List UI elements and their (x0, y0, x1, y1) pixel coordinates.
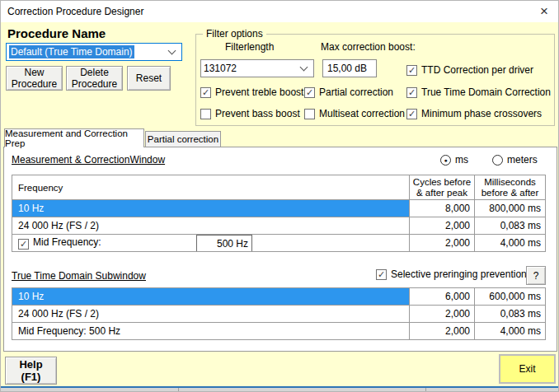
table-row[interactable]: 10 Hz 8,000 800,000 ms (12, 200, 546, 217)
table-row[interactable]: 10 Hz 6,000 600,000 ms (12, 288, 546, 306)
checkbox-icon: ✓ (406, 65, 417, 76)
status-divider (178, 388, 179, 392)
exit-button[interactable]: Exit (499, 354, 556, 384)
filterlength-label: Filterlength (225, 41, 274, 53)
window-title: Correction Procedure Designer (1, 6, 143, 17)
checkbox-icon: ✓ (406, 87, 417, 98)
checkbox-ttd-correction-per-driver[interactable]: ✓ TTD Correction per driver (406, 64, 533, 76)
checkbox-prevent-bass-boost[interactable]: Prevent bass boost (200, 108, 300, 119)
table-row[interactable]: 24 000 Hz (FS / 2) 2,000 0,083 ms (12, 306, 546, 323)
status-divider (425, 388, 426, 392)
ms-cell[interactable]: 0,083 ms (475, 306, 546, 323)
mid-frequency-label: Mid Frequency: (33, 236, 101, 248)
measurement-table: Frequency Cycles before& after peak Mill… (12, 175, 546, 252)
ms-cell[interactable]: 4,000 ms (475, 323, 546, 340)
checkbox-minimum-phase-crossovers[interactable]: ✓ Minimum phase crossovers (406, 108, 542, 119)
procedure-selected-value: Default (True Time Domain) (9, 45, 134, 58)
table-row[interactable]: Mid Frequency: 500 Hz 2,000 4,000 ms (12, 323, 546, 340)
header-cycles: Cycles before& after peak (410, 175, 475, 200)
frequency-cell-midfreq: ✓Mid Frequency: 500 Hz (12, 235, 410, 252)
checkbox-prevent-treble-boost[interactable]: ✓ Prevent treble boost (200, 86, 303, 98)
procedure-name-heading: Procedure Name (7, 26, 106, 40)
header-frequency: Frequency (12, 175, 410, 200)
checkbox-partial-correction[interactable]: ✓ Partial correction (304, 86, 393, 98)
filterlength-value: 131072 (204, 63, 237, 74)
checkbox-selective-preringing-prevention[interactable]: ✓ Selective preringing prevention (376, 268, 527, 280)
frequency-cell-10hz[interactable]: 10 Hz (12, 288, 410, 306)
procedure-select[interactable]: Default (True Time Domain) (6, 43, 182, 61)
radio-icon: ● (440, 155, 451, 166)
new-procedure-button[interactable]: New Procedure (6, 66, 63, 91)
preringing-help-button[interactable]: ? (526, 266, 546, 285)
correction-procedure-designer-window: Correction Procedure Designer × Procedur… (0, 0, 559, 392)
cycles-cell[interactable]: 2,000 (410, 323, 475, 340)
checkbox-icon: ✓ (406, 109, 417, 119)
measurement-correction-window-heading: Measurement & CorrectionWindow (12, 154, 165, 166)
help-button[interactable]: Help (F1) (5, 357, 57, 385)
mid-frequency-input[interactable]: 500 Hz (196, 235, 252, 252)
checkbox-icon: ✓ (304, 87, 315, 98)
table-row[interactable]: ✓Mid Frequency: 500 Hz 2,000 4,000 ms (12, 235, 546, 252)
checkbox-true-time-domain-correction[interactable]: ✓ True Time Domain Correction (406, 86, 551, 98)
tab-measurement-and-correction-prep[interactable]: Measurement and Correction Prep (4, 128, 144, 147)
cycles-cell[interactable]: 8,000 (410, 200, 475, 217)
cycles-cell[interactable]: 2,000 (410, 235, 475, 252)
frequency-cell-10hz[interactable]: 10 Hz (12, 200, 410, 217)
filterlength-select[interactable]: 131072 (200, 59, 314, 77)
radio-meters[interactable]: meters (492, 154, 538, 166)
checkbox-icon (200, 109, 211, 119)
checkbox-multiseat-correction[interactable]: Multiseat correction (304, 108, 405, 119)
filter-options-legend: Filter options (203, 28, 266, 40)
frequency-cell-24000hz[interactable]: 24 000 Hz (FS / 2) (12, 217, 410, 235)
cycles-cell[interactable]: 6,000 (410, 288, 475, 306)
ms-cell[interactable]: 600,000 ms (475, 288, 546, 306)
close-icon[interactable]: × (530, 1, 558, 22)
table-header-row: Frequency Cycles before& after peak Mill… (12, 175, 546, 200)
radio-ms[interactable]: ● ms (440, 154, 468, 166)
frequency-cell-midfreq[interactable]: Mid Frequency: 500 Hz (12, 323, 410, 340)
ms-cell[interactable]: 4,000 ms (475, 235, 546, 252)
ms-cell[interactable]: 800,000 ms (475, 200, 546, 217)
checkbox-icon: ✓ (376, 269, 387, 280)
table-row[interactable]: 24 000 Hz (FS / 2) 2,000 0,083 ms (12, 217, 546, 235)
frequency-cell-24000hz[interactable]: 24 000 Hz (FS / 2) (12, 306, 410, 323)
chevron-down-icon (168, 47, 176, 55)
tab-partial-correction[interactable]: Partial correction (145, 131, 221, 147)
checkbox-mid-frequency[interactable]: ✓ (18, 239, 29, 250)
header-milliseconds: Millisecondsbefore & after (475, 175, 546, 200)
chevron-down-icon (300, 63, 308, 72)
ms-cell[interactable]: 0,083 ms (475, 217, 546, 235)
max-correction-boost-label: Max correction boost: (321, 41, 416, 53)
titlebar: Correction Procedure Designer × (1, 1, 558, 22)
background-window-edge (1, 386, 558, 392)
true-time-domain-subwindow-heading: True Time Domain Subwindow (12, 270, 146, 282)
max-correction-boost-input[interactable]: 15,00 dB (322, 59, 377, 77)
delete-procedure-button[interactable]: Delete Procedure (66, 66, 123, 91)
subwindow-table: 10 Hz 6,000 600,000 ms 24 000 Hz (FS / 2… (12, 287, 546, 340)
checkbox-icon (304, 109, 315, 119)
checkbox-icon: ✓ (200, 87, 211, 98)
cycles-cell[interactable]: 2,000 (410, 306, 475, 323)
cycles-cell[interactable]: 2,000 (410, 217, 475, 235)
radio-icon (492, 155, 503, 166)
reset-button[interactable]: Reset (127, 66, 171, 91)
